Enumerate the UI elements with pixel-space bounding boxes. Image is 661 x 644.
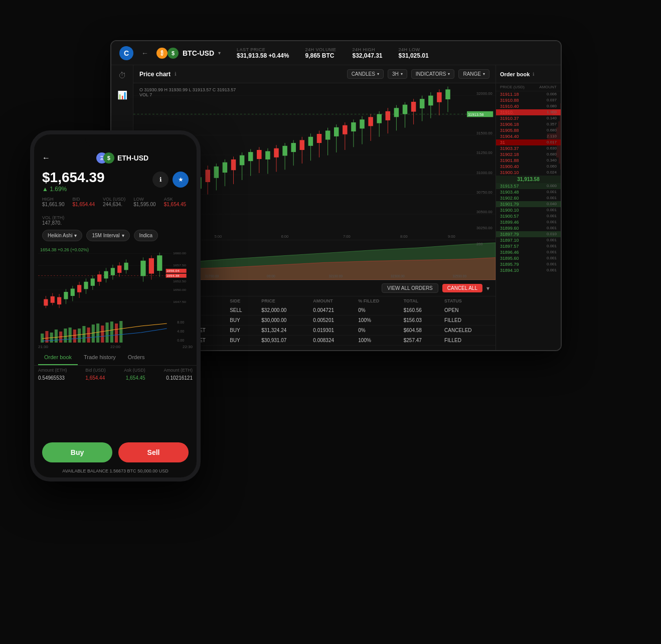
cancel-all-button[interactable]: CANCEL ALL [442,284,482,292]
candles-button[interactable]: CANDLES ▾ [347,69,384,79]
orders-dropdown-icon[interactable]: ▾ [486,285,489,292]
svg-text:1660.00: 1660.00 [173,252,186,255]
col-price: PRICE [257,296,309,305]
ob-ask-row: 31900.40 0.060 [496,164,561,170]
order-book-columns: PRICE (USD) AMOUNT [496,83,561,91]
order-book-info-icon[interactable]: ℹ [533,72,534,77]
chart-icon[interactable]: 📊 [117,90,127,100]
phone-pair-name: ETH-USD [117,154,148,162]
ob-bid-row: 31895.60 0.001 [496,255,561,261]
phone-ob-bid-label: Bid (USD) [85,368,106,373]
pair-selector[interactable]: ₿ $ BTC-USD ▾ [156,48,221,59]
phone-candlestick-chart: 1660.00 1657.50 1656.04 1654.38 1652.50 … [38,245,193,318]
app-logo[interactable]: C [119,46,133,60]
ob-ask-row: 31910. 1.300 [496,109,561,115]
svg-rect-88 [428,96,433,106]
svg-rect-168 [101,326,104,343]
svg-rect-46 [248,152,253,161]
svg-text:32000.00: 32000.00 [476,92,492,95]
candles-chevron-icon: ▾ [377,72,379,76]
tab-orders[interactable]: Orders [122,350,151,365]
ob-bid-row: 31895.79 0.001 [496,261,561,267]
chart-title: Price chart [139,71,171,78]
phone-vol-usd-stat: VOL (USD) 244,634. [103,197,125,207]
svg-rect-48 [257,150,262,159]
view-all-orders-button[interactable]: VIEW ALL ORDERS [382,283,438,293]
phone-chart-area[interactable]: 1654.38 +0.26 (+0.02%) 1660.00 1657.50 1… [38,245,193,318]
phone-back-button[interactable]: ← [42,153,50,163]
phone-low-stat: LOW $1,595.00 [133,197,156,207]
phone-ask-stat: ASK $1,654.45 [164,197,187,207]
svg-text:5:00: 5:00 [215,235,222,238]
ob-bid-row: 31903.48 0.001 [496,189,561,195]
svg-rect-66 [334,127,339,136]
order-book-asks: 31911.18 0.006 31910.88 0.037 31910.40 0… [496,91,561,176]
interval-button[interactable]: 3H ▾ [388,69,407,79]
ob-ask-row: 31910.40 0.080 [496,103,561,109]
svg-rect-82 [403,105,408,114]
last-price-stat: LAST PRICE $31,913.58 +0.44% [237,47,289,59]
clock-icon[interactable]: ⏱ [118,71,126,80]
phone-bottom-tabs: Order book Trade history Orders [34,350,197,366]
usd-icon: $ [168,48,179,59]
svg-rect-123 [51,296,55,303]
svg-text:30750.00: 30750.00 [476,191,492,194]
svg-rect-160 [64,329,67,343]
phone-change: ▲ 1.69% [42,186,105,193]
svg-text:7:00: 7:00 [343,235,351,238]
svg-rect-84 [411,102,416,112]
btc-icon: ₿ [156,48,168,59]
phone-action-buttons: ℹ ★ [152,172,189,188]
low-value: $31,025.01 [399,52,429,59]
svg-rect-68 [343,125,348,134]
svg-rect-162 [73,330,76,343]
phone-star-button[interactable]: ★ [173,172,189,188]
ob-ask-row: 31910.88 0.037 [496,97,561,103]
svg-rect-129 [71,288,75,296]
svg-rect-38 [214,167,219,178]
high-stat: 24H HIGH $32,047.31 [352,47,382,59]
chart-info-icon[interactable]: ℹ [175,71,177,77]
svg-text:00:00: 00:00 [267,274,275,278]
svg-rect-72 [360,119,365,128]
svg-rect-145 [124,263,128,270]
svg-rect-170 [110,321,113,343]
phone-notch [85,134,145,146]
svg-rect-143 [117,265,121,273]
phone-ob-amount2-value: 0.10216121 [166,375,193,381]
svg-rect-135 [91,278,95,286]
time-label-2: 22:00 [110,345,120,349]
svg-text:9:00: 9:00 [448,235,455,238]
buy-button[interactable]: Buy [42,442,112,462]
balance-usd: 50,000.00 USD [137,468,169,473]
range-button[interactable]: RANGE ▾ [458,69,489,79]
ob-ask-row: 31903.37 0.630 [496,145,561,151]
back-button[interactable]: ← [141,49,148,57]
svg-rect-42 [231,159,236,170]
svg-rect-137 [97,274,101,282]
price-change-value: +0.44% [268,52,289,59]
interval-button-mobile[interactable]: 15M Interval ▾ [86,230,129,241]
svg-rect-64 [325,130,330,139]
tab-trade-history[interactable]: Trade history [78,350,122,365]
svg-rect-165 [87,328,90,343]
phone-pair-icons: Ξ $ [96,152,114,164]
phone-pair-selector[interactable]: Ξ $ ETH-USD [56,152,189,164]
chart-type-button[interactable]: Heikin Ashi ▾ [42,230,82,241]
phone-vol-eth-stat: VOL (ETH) 147,870. [42,215,64,226]
sell-button[interactable]: Sell [118,442,189,462]
phone-ob-data-row: 0.54965533 1,654.44 1,654.45 0.10216121 [38,375,193,381]
indicators-button[interactable]: INDICATORS ▾ [411,69,455,79]
tab-order-book[interactable]: Order book [38,350,78,365]
indicators-button-mobile[interactable]: Indica [134,230,158,241]
svg-rect-54 [282,146,287,156]
interval-chevron-icon-mobile: ▾ [122,233,124,238]
svg-rect-50 [265,151,270,159]
phone-price: $1,654.39 [42,170,105,186]
ob-ask-row: 31906.18 0.357 [496,121,561,127]
order-book-title: Order book [500,71,530,77]
phone-bid-stat: BID $1,654.44 [73,197,95,207]
chart-toolbar: Price chart ℹ CANDLES ▾ 3H ▾ INDICATORS … [133,65,495,83]
phone-info-button[interactable]: ℹ [152,172,169,188]
svg-rect-40 [223,163,228,173]
